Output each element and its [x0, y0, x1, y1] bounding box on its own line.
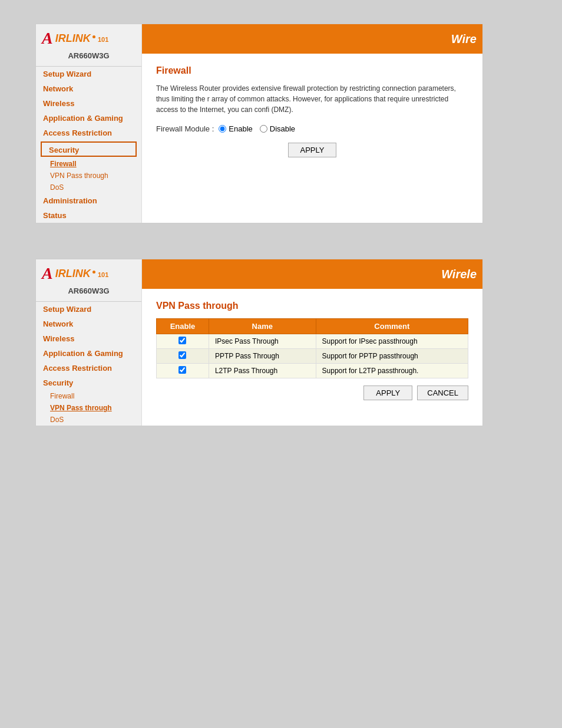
logo-a-2: A: [42, 264, 53, 283]
nav-vpn-2[interactable]: VPN Pass through: [36, 402, 141, 414]
nav-firewall-2[interactable]: Firewall: [36, 390, 141, 402]
content-area-2: VPN Pass through Enable Name Comment IPs…: [142, 289, 482, 412]
row1-name: IPsec Pass Through: [209, 334, 316, 349]
model-name-2: AR660W3G: [42, 285, 135, 299]
section-title-2: VPN Pass through: [156, 301, 468, 311]
radio-disable[interactable]: Disable: [260, 124, 295, 133]
logo-2: A IRLINK 101: [42, 264, 135, 283]
radio-group-firewall: Enable Disable: [219, 124, 295, 133]
nav-security-2[interactable]: Security: [36, 375, 141, 390]
nav-access-restriction-1[interactable]: Access Restriction: [36, 126, 141, 140]
radio-enable[interactable]: Enable: [219, 124, 252, 133]
checkbox-ipsec[interactable]: [178, 337, 186, 344]
nav-setup-wizard-2[interactable]: Setup Wizard: [36, 302, 141, 317]
cancel-button-2[interactable]: CANCEL: [417, 386, 468, 400]
logo-dot-1: [92, 35, 95, 38]
nav-access-restriction-2[interactable]: Access Restriction: [36, 361, 141, 375]
main-header-1: Wire: [142, 24, 482, 54]
main-content-2: Wirele VPN Pass through Enable Name Comm…: [142, 259, 482, 426]
description-1: The Wireless Router provides extensive f…: [156, 83, 468, 115]
row1-comment: Support for IPsec passthrough: [316, 334, 468, 349]
nav-app-gaming-1[interactable]: Application & Gaming: [36, 111, 141, 126]
checkbox-pptp[interactable]: [178, 351, 186, 359]
radio-disable-label: Disable: [270, 124, 295, 133]
apply-btn-wrapper-1: APPLY: [156, 143, 468, 157]
nav-vpn-1[interactable]: VPN Pass through: [36, 170, 141, 182]
row2-check[interactable]: [157, 349, 209, 364]
logo-irlink-1: IRLINK 101: [55, 32, 109, 45]
logo-101-2: 101: [98, 271, 108, 278]
nav-dos-1[interactable]: DoS: [36, 182, 141, 193]
table-row: PPTP Pass Through Support for PPTP passt…: [157, 349, 468, 364]
nav-admin-1[interactable]: Administration: [36, 193, 141, 208]
main-header-2: Wirele: [142, 259, 482, 289]
radio-enable-input[interactable]: [219, 125, 226, 133]
nav-setup-wizard-1[interactable]: Setup Wizard: [36, 67, 141, 81]
sidebar-1: A IRLINK 101 AR660W3G Setup Wizard Netwo…: [36, 24, 142, 223]
nav-app-gaming-2[interactable]: Application & Gaming: [36, 346, 141, 361]
firewall-module-row: Firewall Module : Enable Disable: [156, 124, 468, 133]
model-name-1: AR660W3G: [42, 50, 135, 64]
col-comment: Comment: [316, 319, 468, 334]
sidebar-2: A IRLINK 101 AR660W3G Setup Wizard Netwo…: [36, 259, 142, 426]
table-row: IPsec Pass Through Support for IPsec pas…: [157, 334, 468, 349]
logo-1: A IRLINK 101: [42, 29, 135, 48]
row1-check[interactable]: [157, 334, 209, 349]
header-text-1: Wire: [451, 32, 477, 46]
vpn-table: Enable Name Comment IPsec Pass Through S…: [156, 318, 468, 378]
main-content-1: Wire Firewall The Wireless Router provid…: [142, 24, 482, 223]
nav-dos-2[interactable]: DoS: [36, 414, 141, 426]
nav-wireless-1[interactable]: Wireless: [36, 96, 141, 111]
nav-network-1[interactable]: Network: [36, 81, 141, 96]
table-row: L2TP Pass Through Support for L2TP passt…: [157, 364, 468, 378]
radio-enable-label: Enable: [229, 124, 252, 133]
btn-row-2: APPLY CANCEL: [156, 386, 468, 400]
section-title-1: Firewall: [156, 65, 468, 76]
logo-101-1: 101: [98, 36, 108, 43]
sidebar-header-1: A IRLINK 101 AR660W3G: [36, 24, 141, 67]
logo-a-1: A: [42, 29, 53, 48]
apply-button-1[interactable]: APPLY: [288, 143, 337, 157]
firewall-module-label: Firewall Module :: [156, 124, 214, 133]
row3-name: L2TP Pass Through: [209, 364, 316, 378]
col-name: Name: [209, 319, 316, 334]
nav-status-1[interactable]: Status: [36, 208, 141, 223]
col-enable: Enable: [157, 319, 209, 334]
row3-check[interactable]: [157, 364, 209, 378]
sidebar-header-2: A IRLINK 101 AR660W3G: [36, 259, 141, 302]
row3-comment: Support for L2TP passthrough.: [316, 364, 468, 378]
header-text-2: Wirele: [441, 268, 477, 281]
vpn-panel: A IRLINK 101 AR660W3G Setup Wizard Netwo…: [35, 259, 483, 426]
nav-security-1[interactable]: Security: [41, 141, 137, 157]
logo-dot-2: [92, 271, 95, 274]
logo-irlink-2: IRLINK 101: [55, 268, 109, 280]
checkbox-l2tp[interactable]: [178, 366, 186, 374]
row2-comment: Support for PPTP passthrough: [316, 349, 468, 364]
content-area-1: Firewall The Wireless Router provides ex…: [142, 54, 482, 169]
apply-button-2[interactable]: APPLY: [363, 386, 412, 400]
firewall-panel: A IRLINK 101 AR660W3G Setup Wizard Netwo…: [35, 24, 483, 223]
nav-firewall-1[interactable]: Firewall: [36, 158, 141, 170]
nav-wireless-2[interactable]: Wireless: [36, 331, 141, 346]
radio-disable-input[interactable]: [260, 125, 267, 133]
nav-network-2[interactable]: Network: [36, 317, 141, 331]
row2-name: PPTP Pass Through: [209, 349, 316, 364]
